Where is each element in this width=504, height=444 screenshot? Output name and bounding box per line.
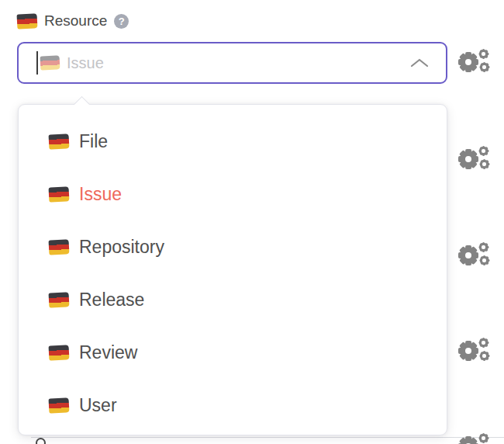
- german-flag-icon: [49, 239, 70, 255]
- option-label: Review: [79, 342, 137, 363]
- option-label: File: [79, 131, 108, 152]
- clipped-underlying-glyph: [36, 438, 46, 444]
- option-label: Release: [79, 290, 144, 310]
- help-icon[interactable]: ?: [114, 14, 129, 29]
- settings-gears-icon[interactable]: [458, 49, 489, 75]
- dropdown-option-file[interactable]: File: [19, 115, 447, 168]
- chevron-up-icon[interactable]: [410, 57, 429, 68]
- german-flag-icon: [40, 55, 60, 70]
- settings-gears-icon[interactable]: [458, 338, 489, 364]
- text-cursor: [36, 51, 38, 75]
- underlying-divider: [31, 437, 504, 438]
- german-flag-icon: [49, 397, 70, 413]
- option-label: Issue: [79, 184, 122, 205]
- german-flag-icon: [49, 292, 70, 307]
- settings-gears-icon[interactable]: [458, 433, 489, 444]
- dropdown-menu: File Issue Repository Release Review Use…: [18, 104, 447, 435]
- dropdown-option-issue[interactable]: Issue: [19, 168, 447, 220]
- german-flag-icon: [49, 134, 70, 149]
- german-flag-icon: [49, 186, 70, 202]
- help-glyph: ?: [119, 16, 125, 27]
- dropdown-option-release[interactable]: Release: [19, 273, 447, 326]
- field-header: Resource ?: [17, 11, 129, 31]
- option-label: User: [79, 395, 117, 416]
- settings-gears-icon[interactable]: [458, 146, 489, 172]
- dropdown-option-review[interactable]: Review: [19, 326, 447, 379]
- option-label: Repository: [79, 237, 164, 258]
- resource-combobox[interactable]: Issue: [17, 42, 447, 84]
- german-flag-icon: [17, 13, 38, 29]
- german-flag-icon: [49, 345, 70, 360]
- dropdown-option-repository[interactable]: Repository: [19, 220, 447, 273]
- settings-gears-icon[interactable]: [458, 242, 489, 269]
- screenshot-root: Resource ? Issue: [0, 0, 504, 444]
- field-label: Resource: [44, 12, 107, 29]
- dropdown-option-user[interactable]: User: [19, 379, 447, 432]
- combobox-placeholder: Issue: [67, 54, 104, 72]
